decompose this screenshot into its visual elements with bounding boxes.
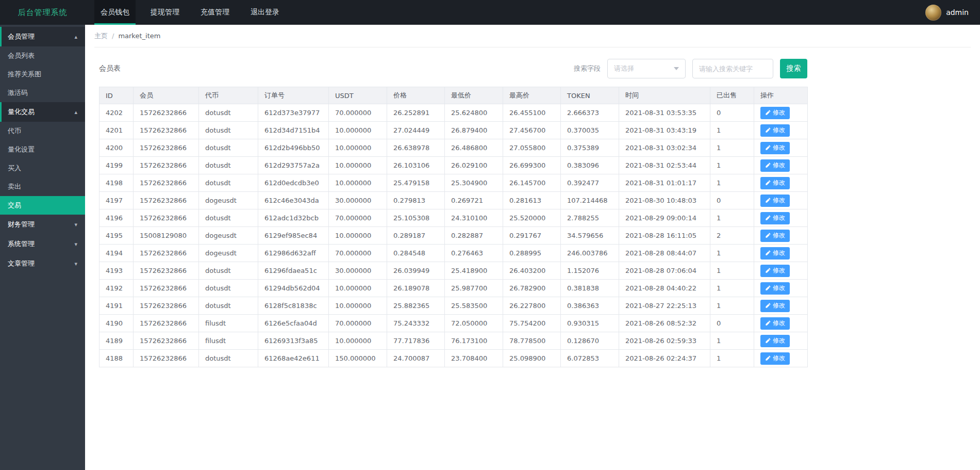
breadcrumb-home[interactable]: 主页 [94,31,108,41]
search-field-select[interactable]: 请选择 [607,59,686,78]
panel-title: 会员表 [99,64,121,73]
table-cell: 1 [710,332,754,350]
edit-button[interactable]: 修改 [760,177,790,189]
table-row: 419915726232866dotusdt612d293757a2a10.00… [99,157,808,174]
table-cell: 0.930315 [561,315,619,332]
sidebar-item[interactable]: 激活码 [0,84,85,102]
sidebar-item[interactable]: 推荐关系图 [0,65,85,84]
sidebar-item[interactable]: 财务管理▾ [0,215,85,234]
table-cell: 10.000000 [329,174,387,192]
search-group: 搜索字段 请选择 搜索 [574,59,807,78]
table-cell: 26.039949 [387,262,445,280]
table-cell-actions: 修改 [754,174,808,192]
search-button[interactable]: 搜索 [780,59,807,78]
table-cell-actions: 修改 [754,157,808,174]
edit-button[interactable]: 修改 [760,265,790,277]
column-header: 价格 [387,87,445,104]
table-cell: 0.386363 [561,297,619,315]
edit-button-label: 修改 [773,354,785,363]
avatar[interactable] [925,5,941,21]
table-cell: 4191 [99,297,134,315]
edit-button-label: 修改 [773,231,785,240]
search-keyword-input[interactable] [692,59,773,78]
table-cell: 75.754200 [503,315,561,332]
sidebar-item[interactable]: 交易 [0,196,85,215]
sidebar-item[interactable]: 买入 [0,159,85,177]
sidebar-item[interactable]: 代币 [0,122,85,140]
column-header: ID [99,87,134,104]
table-cell: 612d34d7151b4 [258,122,329,139]
table-cell: 70.000000 [329,315,387,332]
table-cell: 24.700087 [387,350,445,367]
table-cell: 25.479158 [387,174,445,192]
edit-button[interactable]: 修改 [760,317,790,330]
sidebar-item[interactable]: 会员列表 [0,46,85,65]
top-nav-item[interactable]: 退出登录 [244,0,286,25]
edit-button[interactable]: 修改 [760,124,790,137]
sidebar-item[interactable]: 文章管理▾ [0,254,85,273]
table-cell: 150.000000 [329,350,387,367]
table-cell: 26.227800 [503,297,561,315]
top-nav-item[interactable]: 充值管理 [194,0,236,25]
user-menu[interactable]: admin [925,0,980,25]
table-cell: 0.269721 [445,192,503,209]
table-cell: 76.173100 [445,332,503,350]
edit-button[interactable]: 修改 [760,300,790,312]
table-cell-actions: 修改 [754,209,808,227]
breadcrumb-current: market_item [118,32,160,40]
table-row: 419515008129080dogeusdt6129ef985ec8410.0… [99,227,808,245]
table-cell: 612d293757a2a [258,157,329,174]
table-cell: 27.055800 [503,139,561,157]
table-row: 418915726232866filusdt61269313f3a8510.00… [99,332,808,350]
table-cell: 612c46e3043da [258,192,329,209]
edit-button[interactable]: 修改 [760,282,790,295]
sidebar-item[interactable]: 会员管理▴ [0,27,85,46]
top-nav-item[interactable]: 提现管理 [144,0,186,25]
edit-button[interactable]: 修改 [760,142,790,154]
column-header: 会员 [134,87,199,104]
edit-button[interactable]: 修改 [760,107,790,119]
top-nav-item[interactable]: 会员钱包 [94,0,136,25]
table-row: 419215726232866dotusdt61294db562d0410.00… [99,280,808,297]
table-cell-actions: 修改 [754,104,808,122]
table-cell: 2 [710,227,754,245]
table-cell: 15726232866 [134,104,199,122]
table-cell: 0.288995 [503,245,561,262]
table-cell: 0 [710,104,754,122]
column-header: 代币 [199,87,258,104]
table-cell: 77.717836 [387,332,445,350]
table-cell: 1 [710,350,754,367]
edit-button[interactable]: 修改 [760,247,790,260]
edit-button[interactable]: 修改 [760,212,790,224]
sidebar-item[interactable]: 系统管理▾ [0,234,85,254]
table-cell: 15726232866 [134,157,199,174]
edit-button[interactable]: 修改 [760,195,790,207]
edit-button[interactable]: 修改 [760,335,790,347]
table-cell: 6129ef985ec84 [258,227,329,245]
table-cell: 26.782900 [503,280,561,297]
table-row: 419015726232866filusdt6126e5cfaa04d70.00… [99,315,808,332]
table-cell: 70.000000 [329,104,387,122]
edit-button[interactable]: 修改 [760,159,790,172]
edit-button-label: 修改 [773,284,785,293]
table-cell: 2021-08-28 04:40:22 [619,280,710,297]
table-cell: 2021-08-26 02:24:37 [619,350,710,367]
edit-button-label: 修改 [773,126,785,135]
sidebar-item[interactable]: 卖出 [0,177,85,196]
table-cell-actions: 修改 [754,350,808,367]
table-header-row: ID会员代币订单号USDT价格最低价最高价TOKEN时间已出售操作 [99,87,808,104]
column-header: TOKEN [561,87,619,104]
table-cell: 10.000000 [329,227,387,245]
toolbar: 会员表 搜索字段 请选择 搜索 [99,59,807,78]
edit-icon [765,268,771,273]
edit-button[interactable]: 修改 [760,230,790,242]
table-cell: 25.304900 [445,174,503,192]
table-cell: 27.024449 [387,122,445,139]
table-cell: 2021-08-28 07:06:04 [619,262,710,280]
table-cell: dogeusdt [199,192,258,209]
column-header: 已出售 [710,87,754,104]
edit-button[interactable]: 修改 [760,352,790,365]
sidebar-item[interactable]: 量化设置 [0,140,85,159]
table-row: 419315726232866dotusdt61296fdaea51c30.00… [99,262,808,280]
sidebar-item[interactable]: 量化交易▴ [0,102,85,122]
